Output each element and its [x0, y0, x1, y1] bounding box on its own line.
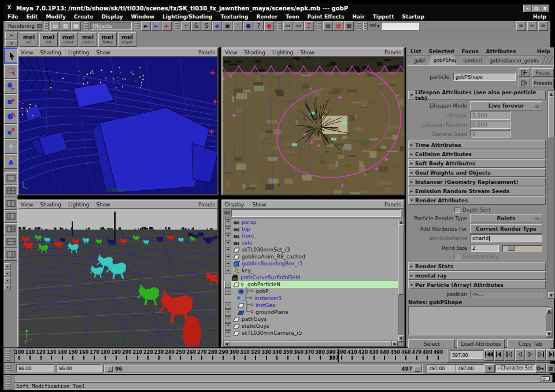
expand-icon[interactable]: +: [225, 261, 231, 267]
go-to-start-button[interactable]: [484, 349, 494, 361]
make-live-icon[interactable]: ▣: [223, 21, 232, 31]
playback-options-button[interactable]: ▼: [484, 364, 495, 373]
lifespan-mode-dropdown[interactable]: Live forever: [470, 101, 542, 110]
layout-shortcut-button[interactable]: ▾: [4, 284, 11, 290]
layout-shortcut-button[interactable]: ▾: [4, 277, 11, 283]
animation-start-input[interactable]: [16, 364, 54, 372]
outliner-menu-display[interactable]: Display: [225, 202, 244, 208]
four-pane-layout-button[interactable]: [4, 185, 18, 197]
expand-icon[interactable]: +: [225, 240, 231, 246]
snap-plane-icon[interactable]: ◆: [212, 21, 222, 31]
menu-paint-effects[interactable]: Paint Effects: [304, 14, 349, 20]
expand-icon[interactable]: +: [225, 233, 231, 239]
outliner-hscrollbar[interactable]: ◀ ▶: [223, 341, 398, 347]
snap-point-icon[interactable]: S: [202, 21, 212, 31]
outliner-item-skTL030mmCamera_r5[interactable]: +skTL030mmCamera_r5: [224, 330, 398, 336]
ae-tab-lambert1[interactable]: lambert1: [458, 57, 484, 65]
expand-icon[interactable]: +: [225, 330, 231, 336]
hypershade-persp-layout-button[interactable]: [4, 249, 18, 261]
time-slider-grip[interactable]: [6, 349, 10, 361]
output-connections-icon[interactable]: ↤: [294, 21, 304, 31]
viewport-menu-show[interactable]: Show: [96, 202, 110, 208]
minimize-button[interactable]: -: [523, 5, 531, 11]
group-grip[interactable]: [363, 22, 368, 30]
time-slider[interactable]: 1001101201301401501601701801902002102202…: [14, 349, 447, 363]
expand-icon[interactable]: +: [225, 247, 231, 253]
help-mode-icon[interactable]: ?: [254, 21, 264, 31]
title-bar[interactable]: X Maya 7.0.1P13: /mnt/b/show/sk/tl/tl030…: [3, 3, 550, 13]
expand-icon[interactable]: +: [225, 226, 231, 232]
viewport-menu-shading[interactable]: Shading: [40, 50, 61, 56]
ae-menu-list[interactable]: List: [410, 49, 421, 54]
quick-select-input[interactable]: [381, 22, 419, 30]
toggle-attribute-editor-icon[interactable]: ≡: [527, 21, 537, 31]
depth-sort-checkbox[interactable]: [454, 207, 460, 213]
render-current-frame-icon[interactable]: ▦: [323, 21, 333, 31]
ae-tab-overflow[interactable]: [541, 56, 554, 65]
group-grip[interactable]: [44, 22, 49, 30]
menu-create[interactable]: Create: [70, 14, 98, 20]
select-object-icon[interactable]: ►: [151, 21, 161, 31]
playback-start-input[interactable]: [57, 364, 102, 372]
viewport-menu-view[interactable]: View: [225, 50, 237, 56]
group-grip[interactable]: [175, 22, 179, 30]
command-line-grip[interactable]: [6, 375, 10, 382]
particle-render-type-dropdown[interactable]: Points: [470, 214, 542, 223]
ipr-render-icon[interactable]: ▦: [334, 21, 343, 31]
notes-textarea[interactable]: [408, 306, 549, 335]
outliner-item-pathCurveSurfInfoField[interactable]: pathCurveSurfInfoField: [224, 274, 398, 281]
range-slider-grip[interactable]: [6, 364, 10, 372]
section-collision-attributes[interactable]: ▸Collision Attributes: [408, 150, 546, 158]
slider-thumb[interactable]: [508, 246, 515, 251]
expand-icon[interactable]: +: [225, 323, 231, 330]
ae-menu-attributes[interactable]: Attributes: [486, 49, 516, 54]
persp-viewport-canvas[interactable]: wideCam: [18, 57, 217, 194]
step-forward-frame-button[interactable]: [546, 349, 555, 361]
point-size-slider[interactable]: [502, 245, 542, 252]
group-grip[interactable]: [135, 22, 139, 30]
ae-vscrollbar[interactable]: ▲ ▼: [547, 90, 555, 299]
ae-menu-selected[interactable]: Selected: [428, 49, 454, 54]
outliner-list[interactable]: +persp+top+front+side+skTL030mmSet_r3+go…: [223, 218, 398, 341]
point-size-input[interactable]: 2: [470, 244, 499, 252]
soft-modification-tool-button[interactable]: [4, 154, 18, 169]
collapse-icon[interactable]: -: [225, 282, 231, 288]
menu-startup[interactable]: Startup: [398, 14, 428, 20]
expand-icon[interactable]: +: [225, 254, 231, 260]
construction-history-icon[interactable]: Z: [304, 21, 314, 31]
pin-node-button[interactable]: [519, 68, 530, 77]
outliner-vscrollbar[interactable]: ▲ ▼: [398, 218, 405, 342]
new-scene-icon[interactable]: ▤: [50, 21, 60, 31]
render-globals-icon[interactable]: ▩: [344, 21, 354, 31]
select-component-icon[interactable]: ►: [162, 21, 172, 31]
section-mental-ray[interactable]: ▸mental ray: [408, 271, 546, 280]
script-editor-button[interactable]: [539, 375, 553, 383]
scale-tool-button[interactable]: [4, 124, 18, 139]
persp-graph-layout-button[interactable]: [4, 236, 18, 248]
select-hierarchy-icon[interactable]: ►: [141, 21, 151, 31]
toggle-toolbox-icon[interactable]: ≡: [516, 21, 526, 31]
notes-scrollbar[interactable]: ▲ ▼: [546, 308, 553, 338]
snap-curve-icon[interactable]: &: [191, 21, 201, 31]
menu-display[interactable]: Display: [98, 14, 127, 20]
section-render-stats[interactable]: ▸Render Stats: [408, 262, 546, 271]
expand-icon[interactable]: +: [225, 219, 231, 225]
play-backwards-button[interactable]: [515, 349, 525, 361]
outliner-item-goblinaAnim_R8_cached[interactable]: +goblinaAnim_R8_cached: [224, 253, 398, 260]
lasso-select-tool-button[interactable]: [4, 64, 18, 79]
menu-modify[interactable]: Modify: [42, 14, 69, 20]
help-line-grip[interactable]: [6, 383, 10, 389]
range-start-handle[interactable]: [107, 366, 113, 372]
section-emission-random-stream-seeds[interactable]: ▸Emission Random Stream Seeds: [408, 187, 546, 195]
single-pane-layout-button[interactable]: [4, 172, 18, 184]
animation-preferences-button[interactable]: ▦: [546, 364, 555, 373]
menu-toon[interactable]: Toon: [282, 14, 304, 20]
outliner-item-key_[interactable]: +key_: [224, 267, 398, 274]
copy-tab-button[interactable]: Copy Tab: [507, 339, 554, 349]
section-goal-weights-and-objects[interactable]: ▸Goal Weights and Objects: [408, 168, 546, 177]
open-scene-icon[interactable]: ▥: [61, 21, 71, 31]
input-connections-icon[interactable]: ↦: [283, 21, 293, 31]
menu-help[interactable]: Help: [529, 14, 550, 20]
command-line-input[interactable]: [14, 375, 540, 382]
ae-tab-gobinstancer-gobinstancer[interactable]: gobInstancer_gobInstancer: [484, 57, 541, 65]
